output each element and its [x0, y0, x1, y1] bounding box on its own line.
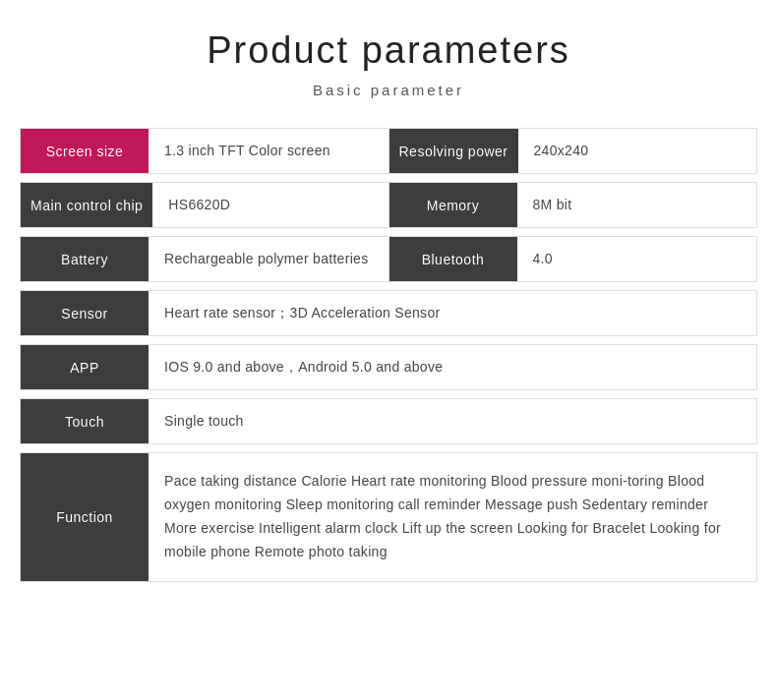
value-screen-size: 1.3 inch TFT Color screen [149, 129, 388, 173]
label-app: APP [21, 345, 149, 389]
value-resolving-power: 240x240 [518, 129, 757, 173]
pair-right-bluetooth: Bluetooth 4.0 [389, 237, 757, 281]
pair-left-screen: Screen size 1.3 inch TFT Color screen [21, 129, 388, 173]
value-memory: 8M bit [517, 183, 757, 227]
row-sensor: Sensor Heart rate sensor；3D Acceleration… [20, 290, 757, 336]
label-resolving-power: Resolving power [389, 129, 518, 173]
value-function: Pace taking distance Calorie Heart rate … [149, 453, 756, 581]
pair-right-resolving: Resolving power 240x240 [389, 129, 757, 173]
value-touch: Single touch [149, 399, 756, 443]
value-battery: Rechargeable polymer batteries [149, 237, 388, 281]
page-subtitle: Basic parameter [20, 82, 757, 98]
row-function: Function Pace taking distance Calorie He… [20, 452, 757, 582]
row-app: APP IOS 9.0 and above，Android 5.0 and ab… [20, 344, 757, 390]
label-function: Function [21, 453, 149, 581]
value-bluetooth: 4.0 [517, 237, 757, 281]
label-touch: Touch [21, 399, 149, 443]
label-main-control-chip: Main control chip [21, 183, 152, 227]
value-main-control-chip: HS6620D [152, 183, 388, 227]
value-sensor: Heart rate sensor；3D Acceleration Sensor [149, 291, 756, 335]
row-chip: Main control chip HS6620D Memory 8M bit [20, 182, 757, 228]
value-app: IOS 9.0 and above，Android 5.0 and above [149, 345, 756, 389]
label-memory: Memory [389, 183, 517, 227]
pair-left-chip: Main control chip HS6620D [21, 183, 388, 227]
row-battery: Battery Rechargeable polymer batteries B… [20, 236, 757, 282]
row-touch: Touch Single touch [20, 398, 757, 444]
label-screen-size: Screen size [21, 129, 149, 173]
pair-right-memory: Memory 8M bit [389, 183, 757, 227]
row-screen-size: Screen size 1.3 inch TFT Color screen Re… [20, 128, 757, 174]
label-battery: Battery [21, 237, 149, 281]
label-bluetooth: Bluetooth [389, 237, 517, 281]
page-title: Product parameters [20, 29, 757, 72]
label-sensor: Sensor [21, 291, 149, 335]
pair-left-battery: Battery Rechargeable polymer batteries [21, 237, 388, 281]
